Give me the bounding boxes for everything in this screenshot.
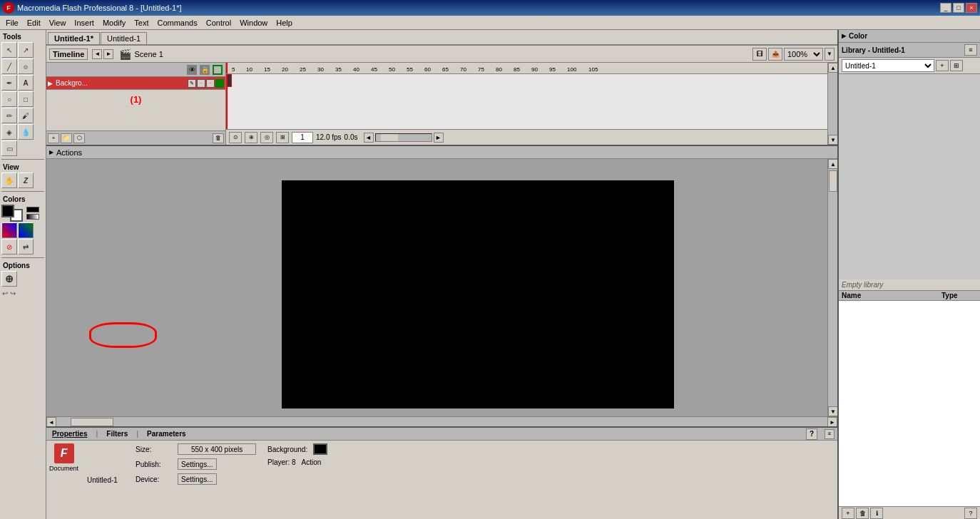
maximize-button[interactable]: □ [953, 3, 964, 13]
edit-multiple-btn[interactable]: ⊞ [276, 132, 289, 143]
size-label: Size: [136, 446, 175, 453]
current-frame-input[interactable]: 1 [292, 132, 313, 143]
canvas-vscroll-thumb[interactable] [829, 170, 837, 192]
size-value-display[interactable]: 550 x 400 pixels [178, 443, 256, 455]
layer-background[interactable]: ▶ Backgro... ✎ · · [46, 77, 225, 90]
rect-tool[interactable]: □ [18, 91, 34, 107]
tab-untitled1-star[interactable]: Untitled-1* [48, 32, 100, 44]
props-tab-filters[interactable]: Filters [103, 430, 131, 438]
lasso-tool[interactable]: ⌾ [18, 58, 34, 74]
canvas-hscroll[interactable]: ◄ ► [46, 416, 837, 426]
add-motion-btn[interactable]: ⬡ [73, 133, 85, 143]
zoom-select[interactable]: 100% 50% 200% [784, 48, 823, 61]
publish-settings-btn[interactable]: Settings... [178, 458, 216, 470]
vscroll-up-btn[interactable]: ▲ [828, 63, 837, 73]
menu-commands[interactable]: Commands [153, 18, 201, 28]
canvas-hscroll-right[interactable]: ► [827, 417, 837, 427]
layer-color-swatch[interactable] [215, 79, 224, 88]
props-help-btn[interactable]: ? [806, 428, 817, 440]
frames-area[interactable] [226, 74, 827, 129]
timeline-expand-btn[interactable]: ► [103, 49, 113, 59]
zoom-tool[interactable]: Z [18, 173, 34, 188]
line-tool[interactable]: ╱ [1, 58, 17, 74]
close-button[interactable]: × [966, 3, 977, 13]
canvas-hscroll-thumb[interactable] [71, 418, 113, 426]
vscroll-down-btn[interactable]: ▼ [828, 135, 837, 145]
movie-clip-btn[interactable]: 🎞 [752, 48, 767, 61]
layer-edit-btn[interactable]: ✎ [188, 79, 196, 88]
swap-colors-btn[interactable] [26, 207, 39, 212]
onion-skin-btn[interactable]: ⊕ [245, 132, 257, 143]
add-folder-btn[interactable]: 📁 [61, 133, 72, 143]
menu-view[interactable]: View [45, 18, 71, 28]
menu-file[interactable]: File [1, 18, 23, 28]
pen-tool[interactable]: ✒ [1, 75, 17, 91]
tab-untitled1[interactable]: Untitled-1 [101, 32, 147, 44]
outline-col-header[interactable] [213, 65, 223, 75]
stroke-color-swatch[interactable] [1, 205, 14, 217]
snap-to-objects-btn[interactable]: ⊕ [1, 271, 17, 287]
delete-layer-btn[interactable]: 🗑 [213, 133, 224, 143]
add-layer-btn[interactable]: + [48, 133, 59, 143]
brush-tool[interactable]: 🖌 [18, 108, 34, 123]
canvas-vscroll-up[interactable]: ▲ [828, 159, 837, 169]
window-controls[interactable]: _ □ × [940, 3, 977, 13]
device-settings-btn[interactable]: Settings... [178, 473, 216, 485]
lock-col-header[interactable]: 🔒 [200, 65, 210, 75]
stage [282, 180, 674, 408]
scroll-right-btn[interactable]: ► [434, 133, 444, 143]
library-options-btn[interactable]: ≡ [964, 44, 977, 56]
eyedropper-tool[interactable]: 💧 [18, 124, 34, 140]
menu-window[interactable]: Window [235, 18, 272, 28]
timeline-collapse-btn[interactable]: ◄ [92, 49, 102, 59]
library-add-btn[interactable]: + [842, 508, 854, 519]
subselect-tool[interactable]: ↗ [18, 42, 34, 58]
bg-color-swatch[interactable] [313, 443, 327, 455]
oval-tool[interactable]: ○ [1, 91, 17, 107]
library-new-symbol-btn[interactable]: + [936, 60, 949, 71]
text-tool[interactable]: A [18, 75, 34, 91]
timeline-label[interactable]: Timeline [49, 48, 88, 60]
onion-outline-btn[interactable]: ◎ [260, 132, 273, 143]
library-help-btn[interactable]: ? [964, 508, 977, 519]
library-delete-btn[interactable]: 🗑 [856, 508, 869, 519]
no-color-btn[interactable]: ⊘ [1, 239, 17, 255]
layer-lock-btn[interactable]: · [206, 79, 215, 88]
canvas-vscroll[interactable]: ▲ ▼ [827, 159, 837, 416]
menu-text[interactable]: Text [130, 18, 153, 28]
minimize-button[interactable]: _ [940, 3, 951, 13]
menu-help[interactable]: Help [272, 18, 297, 28]
props-expand-btn[interactable]: ≡ [825, 429, 834, 439]
center-frame-btn[interactable]: ⊙ [229, 132, 242, 143]
canvas-hscroll-left[interactable]: ◄ [46, 417, 56, 427]
arrow-tool[interactable]: ↖ [1, 42, 17, 58]
swap-btn[interactable]: ⇄ [18, 239, 34, 255]
fill-color-btn[interactable] [1, 222, 17, 238]
menu-insert[interactable]: Insert [70, 18, 98, 28]
publish-btn[interactable]: 📤 [768, 48, 782, 61]
props-tab-parameters[interactable]: Parameters [144, 430, 188, 438]
eraser-tool[interactable]: ▭ [1, 140, 17, 156]
eye-col-header[interactable]: 👁 [187, 65, 197, 75]
library-props-btn[interactable]: ℹ [870, 508, 883, 519]
library-doc-select[interactable]: Untitled-1 [842, 59, 934, 72]
rotate-ccw-btn[interactable]: ↪ [9, 289, 16, 298]
props-tab-properties[interactable]: Properties [49, 430, 90, 438]
zoom-dropdown-btn[interactable]: ▼ [825, 48, 834, 61]
library-copy-btn[interactable]: ⊞ [950, 60, 963, 71]
scroll-left-btn[interactable]: ◄ [364, 133, 374, 143]
canvas-vscroll-down[interactable]: ▼ [828, 406, 837, 416]
layer-eye-btn[interactable]: · [197, 79, 205, 88]
stroke-color-btn[interactable] [18, 222, 34, 238]
rotate-cw-btn[interactable]: ↩ [1, 289, 9, 298]
default-colors-btn[interactable] [26, 214, 39, 220]
title-bar: F Macromedia Flash Professional 8 - [Unt… [0, 0, 980, 16]
menu-modify[interactable]: Modify [98, 18, 130, 28]
menu-edit[interactable]: Edit [23, 18, 45, 28]
menu-control[interactable]: Control [202, 18, 235, 28]
timeline-vscroll[interactable]: ▲ ▼ [827, 63, 837, 145]
fill-tool[interactable]: ◈ [1, 124, 17, 140]
timeline-hscrollbar[interactable] [375, 133, 432, 142]
hand-tool[interactable]: ✋ [1, 173, 17, 188]
pencil-tool[interactable]: ✏ [1, 108, 17, 123]
